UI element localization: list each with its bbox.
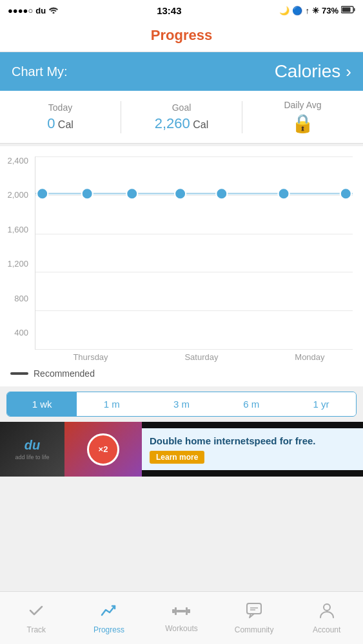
x-label-thursday: Thursday: [73, 352, 108, 362]
ad-logo: du: [15, 438, 49, 453]
svg-point-7: [175, 188, 186, 199]
signal-dots: ●●●●○: [8, 6, 33, 15]
chart-container: 2,400 2,000 1,600 1,200 800 400: [0, 156, 363, 350]
lock-icon: 🔒: [249, 113, 357, 134]
battery-percent: 73%: [322, 6, 338, 15]
chart-inner: [35, 156, 353, 350]
tab-1wk[interactable]: 1 wk: [7, 392, 77, 416]
svg-rect-13: [177, 610, 186, 612]
ad-tagline: add life to life: [15, 454, 49, 460]
y-label-1200: 1,200: [0, 260, 28, 268]
location-icon: 🔵: [292, 6, 302, 15]
bottom-nav: Track Progress Workouts: [0, 591, 363, 644]
nav-label-account: Account: [313, 625, 340, 634]
y-label-2400: 2,400: [0, 156, 28, 165]
ad-title: Double home internetspeed for free.: [150, 435, 355, 448]
status-left: ●●●●○ du: [8, 6, 59, 15]
tab-1yr[interactable]: 1 yr: [286, 392, 356, 416]
y-label-800: 800: [0, 294, 28, 303]
tab-6m[interactable]: 6 m: [217, 392, 286, 416]
svg-point-19: [324, 604, 330, 611]
trend-icon: [101, 602, 117, 623]
person-icon: [319, 602, 335, 623]
svg-rect-2: [342, 7, 351, 12]
status-bar: ●●●●○ du 13:43 🌙 🔵 ↑ ✳ 73%: [0, 0, 363, 21]
chart-my-chevron: ›: [346, 62, 351, 82]
x-label-monday: Monday: [295, 352, 324, 362]
status-right: 🌙 🔵 ↑ ✳ 73%: [279, 6, 355, 15]
stats-row: Today 0 Cal Goal 2,260 Cal Daily Avg 🔒: [0, 91, 363, 144]
goal-value: 2,260 Cal: [128, 115, 235, 132]
chart-area: 2,400 2,000 1,600 1,200 800 400: [0, 146, 363, 386]
x-axis: Thursday Saturday Monday: [0, 350, 363, 362]
goal-label: Goal: [128, 102, 235, 113]
legend-label: Recommended: [34, 368, 95, 379]
tab-3m[interactable]: 3 m: [146, 392, 216, 416]
svg-rect-15: [188, 609, 190, 613]
bluetooth-icon: ✳: [312, 6, 319, 15]
chart-my-value: Calories: [275, 61, 341, 82]
grid-line-bottom: [35, 349, 353, 350]
ad-badge: ×2: [87, 433, 119, 466]
stat-today: Today 0 Cal: [0, 102, 121, 132]
svg-rect-14: [186, 607, 188, 615]
stat-goal: Goal 2,260 Cal: [121, 102, 242, 132]
nav-label-track: Track: [27, 625, 46, 634]
nav-label-workouts: Workouts: [165, 624, 197, 633]
svg-point-10: [340, 188, 351, 199]
y-axis: 2,400 2,000 1,600 1,200 800 400: [0, 156, 34, 350]
svg-point-9: [278, 188, 289, 199]
chat-icon: [246, 602, 262, 623]
y-label-2000: 2,000: [0, 191, 28, 199]
wifi-icon: [48, 6, 59, 15]
time-tabs[interactable]: 1 wk 1 m 3 m 6 m 1 yr: [6, 392, 357, 417]
carrier-name: du: [35, 6, 46, 15]
nav-item-workouts[interactable]: Workouts: [145, 598, 218, 638]
legend-line: [10, 372, 28, 375]
arrow-icon: ↑: [305, 6, 309, 15]
today-label: Today: [6, 102, 114, 113]
svg-rect-12: [175, 607, 177, 615]
nav-item-track[interactable]: Track: [0, 597, 73, 639]
dumbbell-icon: [172, 603, 190, 621]
ad-image: ×2: [64, 422, 142, 477]
svg-rect-1: [354, 8, 355, 11]
ad-text[interactable]: Double home internetspeed for free. Lear…: [142, 428, 363, 471]
svg-point-4: [37, 188, 48, 199]
daily-avg-label: Daily Avg: [249, 100, 357, 110]
chart-legend: Recommended: [0, 362, 363, 381]
chart-my-bar[interactable]: Chart My: Calories ›: [0, 52, 363, 91]
chart-svg: [35, 156, 353, 349]
ad-logo-area: du add life to life: [0, 422, 64, 477]
stat-daily-avg: Daily Avg 🔒: [242, 100, 363, 134]
chart-my-label: Chart My:: [12, 64, 68, 79]
svg-rect-16: [247, 603, 261, 614]
x-label-saturday: Saturday: [184, 352, 218, 362]
y-label-400: 400: [0, 328, 28, 337]
y-label-1600: 1,600: [0, 225, 28, 234]
page-title: Progress: [0, 27, 363, 44]
today-value: 0 Cal: [6, 115, 114, 132]
check-icon: [28, 602, 44, 623]
svg-point-6: [126, 188, 137, 199]
moon-icon: 🌙: [279, 6, 289, 15]
status-time: 13:43: [157, 5, 181, 16]
nav-item-account[interactable]: Account: [290, 597, 363, 639]
nav-label-progress: Progress: [93, 625, 124, 634]
page-header: Progress: [0, 21, 363, 52]
nav-item-community[interactable]: Community: [218, 597, 291, 639]
ad-banner[interactable]: du add life to life ×2 Double home inter…: [0, 422, 363, 477]
tab-1m[interactable]: 1 m: [77, 392, 146, 416]
nav-label-community: Community: [235, 625, 274, 634]
svg-point-8: [216, 188, 227, 199]
svg-point-5: [82, 188, 93, 199]
ad-cta[interactable]: Learn more: [150, 451, 204, 464]
nav-item-progress[interactable]: Progress: [73, 597, 146, 639]
svg-rect-11: [172, 609, 175, 613]
battery-icon: [341, 6, 355, 15]
